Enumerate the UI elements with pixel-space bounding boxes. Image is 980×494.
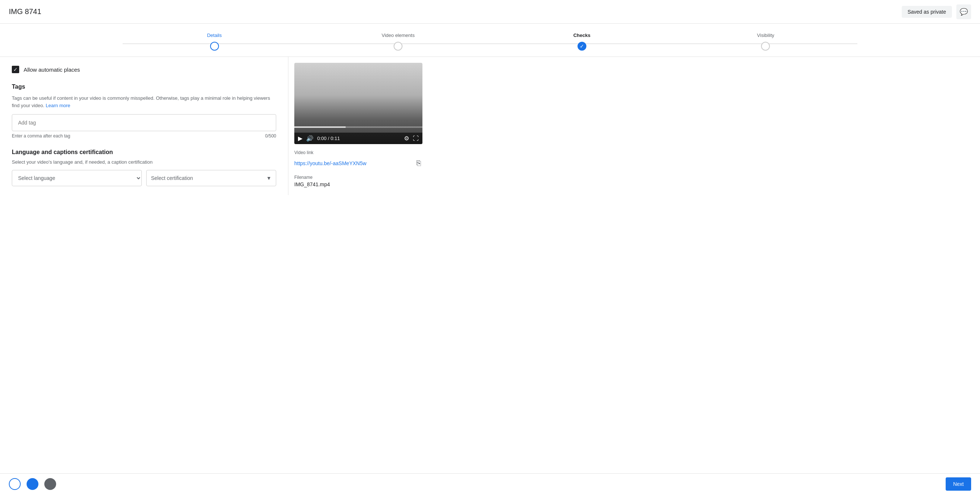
step-video-elements-label: Video elements bbox=[382, 32, 415, 38]
video-progress-fill bbox=[294, 126, 345, 128]
step-visibility-label: Visibility bbox=[757, 32, 774, 38]
tags-learn-more-link[interactable]: Learn more bbox=[46, 103, 70, 108]
captions-placeholder: Select certification bbox=[151, 175, 193, 181]
video-link-row: https://youtu.be/-aaSMeYXN5w ⎘ bbox=[294, 158, 422, 169]
step-video-elements-circle bbox=[394, 42, 402, 51]
left-panel: ✓ Allow automatic places Tags Tags can b… bbox=[0, 57, 288, 195]
tag-count: 0/500 bbox=[265, 133, 276, 139]
tag-input[interactable] bbox=[18, 120, 270, 126]
video-player[interactable]: ▶ 🔊 0:00 / 0:11 ⚙ ⛶ bbox=[294, 63, 422, 144]
main-layout: ✓ Allow automatic places Tags Tags can b… bbox=[0, 57, 980, 195]
stepper: Details Video elements Checks ✓ Visibili… bbox=[0, 24, 980, 57]
step-details-circle bbox=[210, 42, 219, 51]
volume-icon[interactable]: 🔊 bbox=[306, 135, 313, 142]
copy-icon: ⎘ bbox=[417, 159, 421, 167]
video-progress-bar[interactable] bbox=[294, 126, 422, 128]
tag-hint-row: Enter a comma after each tag 0/500 bbox=[12, 133, 276, 139]
video-link-url[interactable]: https://youtu.be/-aaSMeYXN5w bbox=[294, 160, 366, 166]
page-title: IMG 8741 bbox=[9, 7, 41, 16]
tag-input-wrapper bbox=[12, 114, 276, 131]
allow-automatic-places-label: Allow automatic places bbox=[24, 67, 80, 73]
header: IMG 8741 Saved as private 💬 bbox=[0, 0, 980, 24]
video-link-label: Video link bbox=[294, 150, 422, 155]
filename-section: Filename IMG_8741.mp4 bbox=[294, 175, 422, 187]
time-display: 0:00 / 0:11 bbox=[317, 135, 400, 141]
step-video-elements[interactable]: Video elements bbox=[306, 32, 490, 51]
filename-label: Filename bbox=[294, 175, 422, 180]
language-title: Language and captions certification bbox=[12, 149, 276, 156]
video-controls: ▶ 🔊 0:00 / 0:11 ⚙ ⛶ bbox=[294, 133, 422, 144]
play-icon[interactable]: ▶ bbox=[298, 135, 302, 142]
fullscreen-icon[interactable]: ⛶ bbox=[413, 135, 419, 142]
step-visibility-circle bbox=[761, 42, 770, 51]
tags-description: Tags can be useful if content in your vi… bbox=[12, 95, 276, 109]
video-link-section: Video link https://youtu.be/-aaSMeYXN5w … bbox=[294, 150, 422, 169]
step-visibility[interactable]: Visibility bbox=[674, 32, 858, 51]
language-section: Language and captions certification Sele… bbox=[12, 149, 276, 186]
chat-icon: 💬 bbox=[960, 8, 968, 16]
stepper-steps: Details Video elements Checks ✓ Visibili… bbox=[123, 32, 858, 51]
step-checks-circle: ✓ bbox=[578, 42, 586, 51]
copy-link-button[interactable]: ⎘ bbox=[415, 158, 422, 169]
filename-value: IMG_8741.mp4 bbox=[294, 182, 422, 187]
language-selects: Select language Select certification ▼ bbox=[12, 170, 276, 186]
step-details[interactable]: Details bbox=[123, 32, 307, 51]
captions-dropdown[interactable]: Select certification ▼ bbox=[146, 170, 276, 186]
captions-chevron: ▼ bbox=[266, 175, 271, 181]
step-checks[interactable]: Checks ✓ bbox=[490, 32, 674, 51]
checkbox-checkmark: ✓ bbox=[13, 67, 18, 72]
tags-title: Tags bbox=[12, 83, 276, 90]
step-checks-label: Checks bbox=[573, 32, 590, 38]
tag-hint-text: Enter a comma after each tag bbox=[12, 133, 70, 139]
chat-icon-button[interactable]: 💬 bbox=[956, 5, 971, 19]
language-desc: Select your video's language and, if nee… bbox=[12, 159, 276, 165]
settings-icon[interactable]: ⚙ bbox=[404, 135, 409, 142]
allow-automatic-places-checkbox[interactable]: ✓ bbox=[12, 66, 19, 73]
right-panel: ▶ 🔊 0:00 / 0:11 ⚙ ⛶ Video link https://y… bbox=[288, 57, 428, 195]
allow-automatic-places-row: ✓ Allow automatic places bbox=[12, 66, 276, 73]
step-details-label: Details bbox=[207, 32, 222, 38]
language-dropdown[interactable]: Select language bbox=[12, 170, 142, 186]
tags-section: Tags Tags can be useful if content in yo… bbox=[12, 83, 276, 139]
saved-as-private-button[interactable]: Saved as private bbox=[902, 6, 952, 18]
header-actions: Saved as private 💬 bbox=[902, 5, 971, 19]
